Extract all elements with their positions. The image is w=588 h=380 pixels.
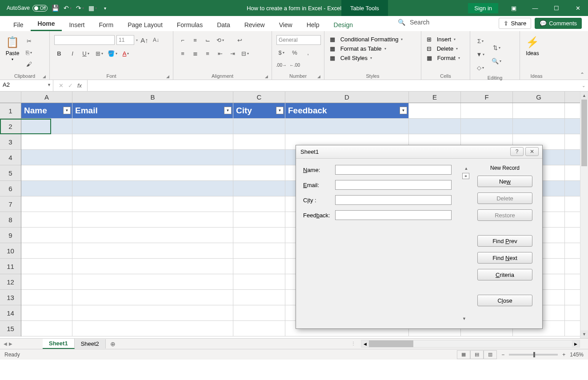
format-cells-button[interactable]: ▦ Format bbox=[427, 55, 460, 61]
find-select-icon[interactable]: 🔍 bbox=[492, 56, 501, 66]
cell[interactable] bbox=[233, 228, 285, 243]
cell[interactable] bbox=[21, 134, 72, 149]
decrease-indent-icon[interactable]: ⇤ bbox=[215, 48, 225, 58]
cell[interactable] bbox=[233, 212, 285, 227]
cell[interactable]: Name▼ bbox=[21, 103, 72, 118]
page-break-view-icon[interactable]: ▥ bbox=[484, 350, 497, 359]
row-header[interactable]: 13 bbox=[0, 290, 21, 305]
minimize-icon[interactable]: — bbox=[525, 0, 545, 16]
vertical-scrollbar[interactable]: ▲ ▼ bbox=[580, 92, 588, 338]
italic-icon[interactable]: I bbox=[68, 48, 77, 58]
column-header[interactable]: C bbox=[233, 92, 285, 103]
signin-button[interactable]: Sign in bbox=[468, 3, 498, 13]
merge-icon[interactable]: ⊟ bbox=[240, 48, 250, 58]
cell[interactable] bbox=[21, 212, 72, 227]
font-size-input[interactable] bbox=[116, 35, 134, 45]
cell[interactable] bbox=[233, 305, 285, 320]
cell[interactable] bbox=[21, 165, 72, 180]
tab-formulas[interactable]: Formulas bbox=[170, 18, 210, 31]
tab-home[interactable]: Home bbox=[31, 16, 62, 31]
copy-icon[interactable]: ⎘ bbox=[24, 48, 34, 57]
comma-icon[interactable]: , bbox=[303, 48, 313, 57]
cell[interactable] bbox=[233, 181, 285, 196]
help-icon[interactable]: ? bbox=[510, 147, 524, 156]
customize-qat-icon[interactable]: ▾ bbox=[100, 3, 110, 13]
cell[interactable] bbox=[72, 150, 233, 165]
launcher-icon[interactable]: ◢ bbox=[265, 74, 268, 79]
font-color-icon[interactable]: A bbox=[121, 48, 131, 58]
increase-decimal-icon[interactable]: .00→ bbox=[276, 60, 286, 70]
sheet-next-icon[interactable]: ▶ bbox=[9, 341, 12, 346]
orientation-icon[interactable]: ⟲ bbox=[215, 35, 225, 45]
dialog-title-bar[interactable]: Sheet1 ? ✕ bbox=[296, 145, 542, 159]
row-header[interactable]: 4 bbox=[0, 150, 21, 165]
insert-cells-button[interactable]: ⊞ Insert bbox=[427, 36, 460, 43]
row-header[interactable]: 7 bbox=[0, 196, 21, 212]
column-header[interactable]: E bbox=[409, 92, 461, 103]
fill-icon[interactable]: ▼ bbox=[476, 49, 485, 59]
cell[interactable] bbox=[21, 305, 72, 320]
cell[interactable] bbox=[233, 259, 285, 274]
cell[interactable] bbox=[21, 119, 72, 134]
formula-input[interactable] bbox=[88, 80, 579, 91]
row-header[interactable]: 9 bbox=[0, 228, 21, 243]
cell[interactable] bbox=[233, 274, 285, 289]
cell[interactable] bbox=[72, 274, 233, 289]
city-field[interactable] bbox=[335, 195, 452, 205]
launcher-icon[interactable]: ◢ bbox=[43, 74, 46, 79]
row-header[interactable]: 14 bbox=[0, 305, 21, 321]
cell[interactable] bbox=[285, 119, 409, 134]
tab-page-layout[interactable]: Page Layout bbox=[120, 18, 170, 31]
column-header[interactable]: B bbox=[72, 92, 233, 103]
filter-icon[interactable]: ▼ bbox=[400, 107, 407, 114]
comments-button[interactable]: 💬Comments bbox=[535, 18, 582, 29]
align-left-icon[interactable]: ≡ bbox=[178, 48, 188, 58]
ribbon-display-icon[interactable]: ▣ bbox=[504, 0, 524, 16]
row-header[interactable]: 5 bbox=[0, 165, 21, 181]
cell[interactable] bbox=[72, 321, 233, 336]
autosum-icon[interactable]: Σ bbox=[476, 36, 485, 46]
row-header[interactable]: 12 bbox=[0, 274, 21, 290]
paste-button[interactable]: 📋 Paste ▾ bbox=[3, 34, 22, 62]
cell[interactable] bbox=[513, 119, 565, 134]
cell[interactable] bbox=[21, 290, 72, 305]
font-name-input[interactable] bbox=[54, 35, 115, 45]
redo-icon[interactable]: ↷ bbox=[75, 3, 85, 13]
delete-cells-button[interactable]: ⊟ Delete bbox=[427, 45, 460, 52]
format-painter-icon[interactable]: 🖌 bbox=[24, 59, 34, 69]
cell[interactable] bbox=[513, 103, 565, 118]
cell[interactable] bbox=[461, 119, 513, 134]
launcher-icon[interactable]: ◢ bbox=[166, 74, 169, 79]
cell[interactable] bbox=[72, 196, 233, 212]
find-next-button[interactable]: Find Next bbox=[477, 252, 532, 264]
collapse-ribbon-icon[interactable]: ⌃ bbox=[580, 72, 584, 78]
form-quick-icon[interactable]: ▦ bbox=[88, 3, 97, 13]
filter-icon[interactable]: ▼ bbox=[276, 107, 284, 114]
fx-icon[interactable]: fx bbox=[77, 82, 82, 89]
cell[interactable] bbox=[233, 196, 285, 212]
row-header[interactable]: 3 bbox=[0, 134, 21, 150]
select-all-corner[interactable] bbox=[0, 92, 21, 103]
row-header[interactable]: 15 bbox=[0, 321, 21, 336]
email-field[interactable] bbox=[335, 180, 452, 190]
search-box[interactable]: 🔍 Search bbox=[398, 19, 429, 26]
cell[interactable] bbox=[21, 321, 72, 336]
zoom-slider[interactable] bbox=[509, 354, 558, 356]
criteria-button[interactable]: Criteria bbox=[477, 269, 532, 280]
cell[interactable] bbox=[233, 150, 285, 165]
scroll-down-icon[interactable]: ▼ bbox=[580, 330, 588, 338]
increase-font-icon[interactable]: A↑ bbox=[140, 35, 149, 45]
record-up-icon[interactable]: ▲ bbox=[462, 165, 470, 172]
row-header[interactable]: 8 bbox=[0, 212, 21, 228]
tab-insert[interactable]: Insert bbox=[62, 18, 92, 31]
name-field[interactable] bbox=[335, 165, 452, 175]
cell[interactable] bbox=[21, 274, 72, 289]
horizontal-scrollbar[interactable]: ◀ ▶ bbox=[361, 340, 580, 348]
tab-form[interactable]: Form bbox=[92, 18, 120, 31]
bold-icon[interactable]: B bbox=[54, 48, 64, 58]
cell[interactable] bbox=[72, 181, 233, 196]
tab-help[interactable]: Help bbox=[300, 18, 327, 31]
border-icon[interactable]: ⊞ bbox=[94, 48, 104, 58]
cut-icon[interactable]: ✂ bbox=[24, 36, 34, 46]
cell[interactable] bbox=[233, 134, 285, 149]
